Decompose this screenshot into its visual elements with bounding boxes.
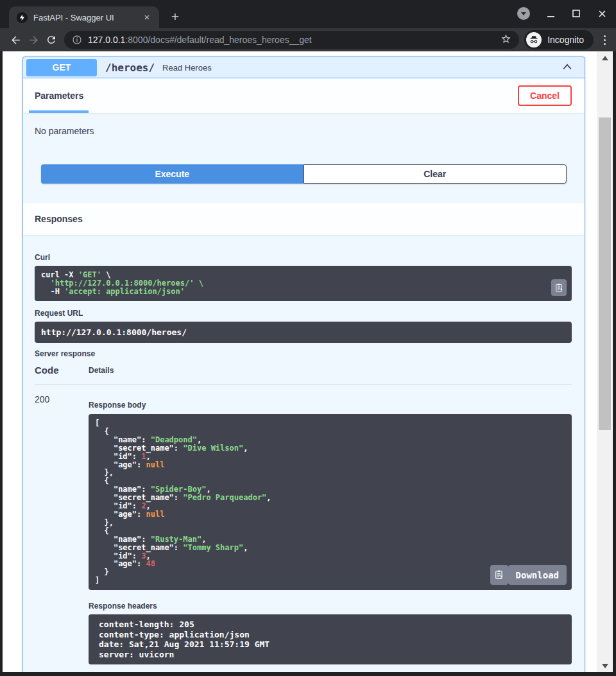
url-text: 127.0.0.1:8000/docs#/default/read_heroes… bbox=[88, 35, 495, 45]
new-tab-button[interactable]: + bbox=[166, 8, 185, 27]
browser-menu-button[interactable] bbox=[599, 35, 610, 45]
incognito-label: Incognito bbox=[547, 35, 584, 45]
swagger-page: GET /heroes/ Read Heroes Parameters Canc… bbox=[3, 51, 597, 672]
parameters-title: Parameters bbox=[35, 91, 83, 101]
operation-block: GET /heroes/ Read Heroes Parameters Canc… bbox=[22, 56, 585, 672]
response-details: Response body Download[ { "name": "Deadp… bbox=[89, 394, 572, 664]
request-url-value: http://127.0.0.1:8000/heroes/ bbox=[35, 322, 572, 343]
execute-row: Execute Clear bbox=[41, 164, 567, 184]
status-code: 200 bbox=[35, 394, 89, 664]
response-table-header: Code Details bbox=[35, 365, 572, 385]
browser-window: FastAPI - Swagger UI × + bbox=[0, 0, 616, 676]
tab-title: FastAPI - Swagger UI bbox=[33, 13, 141, 22]
responses-body: Curl curl -X 'GET' \ 'http://127.0.0.1:8… bbox=[23, 235, 585, 672]
tab-search-button[interactable] bbox=[517, 7, 530, 20]
browser-tab[interactable]: FastAPI - Swagger UI × bbox=[9, 6, 159, 28]
operation-description: Read Heroes bbox=[162, 63, 561, 73]
tab-strip: FastAPI - Swagger UI × + bbox=[0, 0, 616, 28]
window-controls bbox=[517, 7, 607, 20]
scroll-up-arrow-icon[interactable] bbox=[597, 53, 613, 63]
back-button[interactable] bbox=[6, 31, 24, 49]
active-tab-underline bbox=[29, 110, 89, 113]
responses-header: Responses bbox=[23, 203, 585, 235]
curl-label: Curl bbox=[35, 253, 572, 262]
clear-button[interactable]: Clear bbox=[304, 164, 567, 184]
code-column-header: Code bbox=[35, 365, 89, 376]
fastapi-favicon-icon bbox=[17, 12, 28, 23]
details-column-header: Details bbox=[89, 366, 572, 375]
browser-toolbar: 127.0.0.1:8000/docs#/default/read_heroes… bbox=[0, 28, 616, 51]
scrollbar-thumb[interactable] bbox=[599, 117, 611, 430]
curl-code: curl -X 'GET' \ 'http://127.0.0.1:8000/h… bbox=[35, 266, 572, 301]
operation-summary[interactable]: GET /heroes/ Read Heroes bbox=[23, 57, 585, 78]
response-row: 200 Response body Download[ { "name": "D… bbox=[35, 385, 572, 664]
server-response-table: Code Details 200 Response body Download[… bbox=[35, 365, 572, 664]
address-bar[interactable]: 127.0.0.1:8000/docs#/default/read_heroes… bbox=[64, 31, 519, 49]
page-content: GET /heroes/ Read Heroes Parameters Canc… bbox=[3, 51, 613, 672]
collapse-chevron-icon[interactable] bbox=[561, 61, 574, 74]
forward-button[interactable] bbox=[24, 31, 42, 49]
parameters-body: No parameters Execute Clear bbox=[23, 113, 585, 203]
vertical-scrollbar[interactable] bbox=[597, 51, 613, 672]
copy-response-button[interactable] bbox=[490, 565, 508, 585]
method-badge: GET bbox=[26, 59, 97, 76]
url-path: :8000/docs#/default/read_heroes_heroes__… bbox=[125, 35, 311, 45]
scroll-down-arrow-icon[interactable] bbox=[597, 661, 613, 671]
server-response-label: Server response bbox=[35, 349, 572, 358]
cancel-button[interactable]: Cancel bbox=[518, 85, 572, 106]
response-headers-code: content-length: 205 content-type: applic… bbox=[89, 614, 572, 664]
response-headers-label: Response headers bbox=[89, 602, 572, 611]
tab-close-icon[interactable]: × bbox=[141, 12, 153, 23]
minimize-button[interactable] bbox=[545, 8, 556, 19]
request-url-label: Request URL bbox=[35, 309, 572, 318]
execute-button[interactable]: Execute bbox=[41, 164, 304, 184]
page-info-icon[interactable] bbox=[72, 35, 82, 45]
parameters-header: Parameters Cancel bbox=[23, 78, 585, 113]
reload-button[interactable] bbox=[42, 31, 60, 49]
copy-curl-button[interactable] bbox=[551, 279, 567, 296]
operation-path: /heroes/ bbox=[105, 62, 155, 74]
incognito-icon bbox=[526, 32, 542, 48]
no-parameters-text: No parameters bbox=[23, 113, 585, 136]
close-window-button[interactable] bbox=[597, 8, 607, 19]
response-body-label: Response body bbox=[89, 401, 572, 410]
bookmark-star-icon[interactable] bbox=[501, 33, 511, 47]
url-host: 127.0.0.1 bbox=[88, 35, 125, 45]
maximize-button[interactable] bbox=[571, 8, 581, 19]
incognito-badge: Incognito bbox=[524, 30, 594, 49]
download-button[interactable]: Download bbox=[508, 565, 567, 585]
responses-title: Responses bbox=[35, 214, 83, 224]
response-body-code: Download[ { "name": "Deadpond", "secret_… bbox=[89, 414, 572, 590]
